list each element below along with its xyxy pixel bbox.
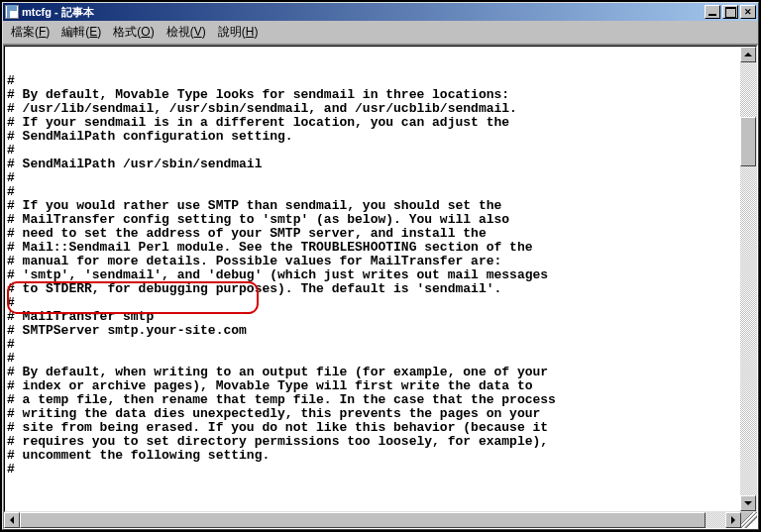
text-editor[interactable]: ## By default, Movable Type looks for se… [5, 47, 740, 511]
v-scroll-thumb[interactable] [740, 117, 756, 166]
h-scroll-track[interactable] [20, 512, 725, 528]
text-line: # site from being erased. If you do not … [7, 421, 738, 435]
text-line: # [7, 352, 738, 366]
text-line: # MailTransfer smtp [7, 310, 738, 324]
text-line: # [7, 74, 738, 88]
menu-help[interactable]: 說明(H) [212, 23, 265, 42]
text-line: # to STDERR, for debugging purposes). Th… [7, 282, 738, 296]
size-grip[interactable] [741, 512, 757, 528]
text-line: # If your sendmail is in a different loc… [7, 116, 738, 130]
text-line: # MailTransfer config setting to 'smtp' … [7, 213, 738, 227]
text-line: # Mail::Sendmail Perl module. See the TR… [7, 241, 738, 255]
scroll-right-button[interactable] [725, 512, 741, 528]
text-line: # [7, 338, 738, 352]
menu-format[interactable]: 格式(O) [107, 23, 160, 42]
text-line: # SendMailPath configuration setting. [7, 130, 738, 144]
horizontal-scrollbar[interactable] [4, 512, 757, 528]
text-line: # SMTPServer smtp.your-site.com [7, 324, 738, 338]
text-line: # [7, 463, 738, 477]
notepad-icon [5, 5, 19, 19]
client-area: ## By default, Movable Type looks for se… [3, 45, 758, 529]
window-title: mtcfg - 記事本 [22, 5, 703, 20]
text-line: # requires you to set directory permissi… [7, 435, 738, 449]
text-line: # writing the data dies unexpectedly, th… [7, 407, 738, 421]
scroll-up-button[interactable] [740, 47, 756, 62]
menu-file[interactable]: 檔案(F) [5, 23, 55, 42]
text-line: # [7, 296, 738, 310]
text-line: # If you would rather use SMTP than send… [7, 199, 738, 213]
text-line: # need to set the address of your SMTP s… [7, 227, 738, 241]
scroll-left-button[interactable] [4, 512, 20, 528]
text-line: # SendMailPath /usr/sbin/sendmail [7, 158, 738, 171]
close-button[interactable] [740, 5, 756, 19]
minimize-button[interactable] [705, 5, 720, 19]
vertical-scrollbar[interactable] [740, 47, 756, 511]
text-line: # a temp file, then rename that temp fil… [7, 393, 738, 407]
window-controls [703, 5, 756, 19]
text-line: # 'smtp', 'sendmail', and 'debug' (which… [7, 268, 738, 282]
titlebar[interactable]: mtcfg - 記事本 [3, 3, 758, 21]
scroll-down-button[interactable] [740, 495, 756, 511]
h-scroll-thumb[interactable] [20, 512, 706, 528]
text-line: # index or archive pages), Movable Type … [7, 379, 738, 393]
app-window: mtcfg - 記事本 檔案(F) 編輯(E) 格式(O) 檢視(V) 說明(H… [2, 2, 759, 530]
menubar: 檔案(F) 編輯(E) 格式(O) 檢視(V) 說明(H) [3, 21, 758, 45]
text-line: # uncomment the following setting. [7, 449, 738, 463]
v-scroll-track[interactable] [740, 62, 756, 495]
text-line: # [7, 171, 738, 185]
text-line: # By default, when writing to an output … [7, 366, 738, 379]
text-line: # [7, 144, 738, 158]
text-line: # [7, 185, 738, 199]
text-line: # By default, Movable Type looks for sen… [7, 88, 738, 102]
maximize-button[interactable] [722, 5, 738, 19]
menu-view[interactable]: 檢視(V) [161, 23, 212, 42]
text-line: # manual for more details. Possible valu… [7, 255, 738, 268]
menu-edit[interactable]: 編輯(E) [55, 23, 107, 42]
text-line: # /usr/lib/sendmail, /usr/sbin/sendmail,… [7, 102, 738, 116]
